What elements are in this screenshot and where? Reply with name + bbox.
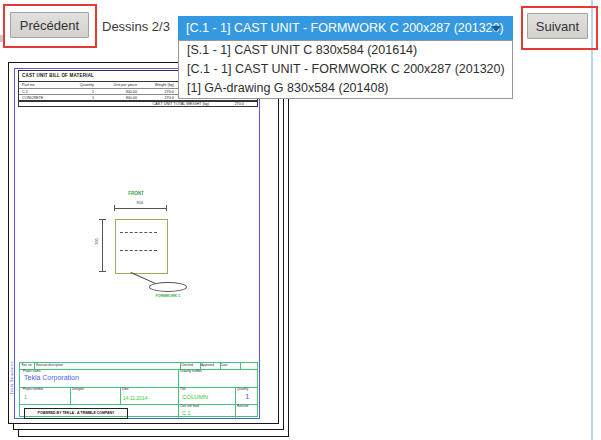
dimension-tick [99, 271, 106, 272]
field-label: Date [122, 388, 128, 391]
title-value: COLUMN [182, 394, 208, 400]
previous-button[interactable]: Précédent [10, 12, 89, 38]
bom-title: CAST UNIT BILL OF MATERIAL [22, 73, 94, 78]
field-label: Project number [23, 388, 43, 391]
part-outline [115, 219, 168, 274]
drawing-counter: Dessins 2/3 [102, 19, 170, 34]
divider [178, 387, 179, 404]
view-title: FRONT [113, 191, 159, 196]
quantity-value: 1 [245, 392, 249, 401]
next-button[interactable]: Suivant [527, 13, 588, 39]
field-label: Quantity [237, 388, 248, 391]
mark-value: C.1 [182, 410, 191, 416]
divider [178, 369, 179, 387]
part-mark-label: FORMWORK C [156, 294, 181, 298]
field-label: Project name [23, 370, 41, 373]
bom-footer-label: CAST UNIT TOTAL WEIGHT (kg) [79, 102, 209, 106]
height-dimension: 300 [94, 238, 99, 245]
frame-side-text: Tekla Structures [9, 361, 14, 394]
dropdown-option[interactable]: [1] GA-drawing G 830x584 (201408) [179, 79, 512, 98]
powered-by-badge: POWERED BY TEKLA - A TRIMBLE COMPANY [24, 408, 128, 419]
divider [178, 404, 179, 418]
field-label: Title [180, 388, 186, 391]
bom-header: Part no [22, 83, 34, 87]
divider [235, 404, 236, 418]
field-label: Revision [237, 405, 249, 408]
divider [20, 387, 257, 388]
divider [70, 387, 71, 404]
drawing-page: Tekla Structures CAST UNIT BILL OF MATER… [8, 62, 279, 424]
dropdown-option[interactable]: [S.1 - 1] CAST UNIT C 830x584 (201614) [179, 41, 512, 60]
panel-right-border [591, 0, 593, 440]
dimension-line [102, 219, 103, 272]
bom-header: Quantity [64, 83, 94, 87]
field-label: Approved [201, 364, 214, 367]
dimension-tick [166, 205, 167, 211]
drawing-dropdown[interactable]: [C.1 - 1] CAST UNIT - FORMWORK C 200x287… [178, 16, 513, 40]
width-dimension: 700 [113, 200, 166, 205]
bom-footer-value: 270.0 [216, 102, 244, 106]
dimension-tick [99, 219, 106, 220]
dropdown-option[interactable]: [C.1 - 1] CAST UNIT - FORMWORK C 200x287… [179, 60, 512, 79]
field-label: Revision description [36, 364, 63, 367]
dropdown-selected-label: [C.1 - 1] CAST UNIT - FORMWORK C 200x287… [186, 21, 504, 35]
title-block: Rev. no Revision description Checked App… [19, 362, 258, 417]
project-number-value: 1 [24, 394, 27, 400]
field-label: Checked [181, 364, 193, 367]
divider [235, 387, 236, 404]
drawing-preview-window: Tekla Structures CAST UNIT BILL OF MATER… [0, 0, 601, 440]
dimension-line [114, 208, 167, 209]
field-label: Date [221, 364, 227, 367]
chevron-down-icon [491, 26, 501, 32]
dropdown-option-list: [S.1 - 1] CAST UNIT C 830x584 (201614) [… [178, 40, 513, 99]
project-name-value: Tekla Corporation [24, 374, 79, 381]
hidden-line [120, 250, 157, 251]
divider [120, 387, 121, 404]
divider [20, 404, 257, 405]
part-mark: FORMWORK C [149, 282, 187, 292]
bom-header: Unit per piece [99, 83, 137, 87]
divider [240, 363, 241, 369]
field-label: Drawing number [180, 370, 202, 373]
bom-header: Weight (kg) [141, 83, 174, 87]
date-value: 14.11.2014 [123, 395, 148, 401]
field-label: Rev. no [22, 364, 32, 367]
dimension-tick [114, 205, 115, 211]
field-label: Designer [72, 388, 84, 391]
hidden-line [120, 232, 157, 233]
field-label: Cast unit mark [180, 405, 199, 408]
divider [20, 369, 257, 370]
